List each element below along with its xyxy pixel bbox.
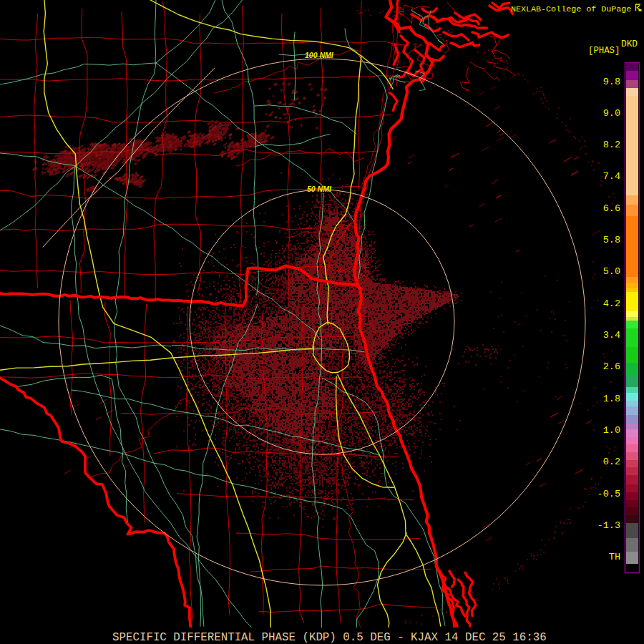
svg-text:100 NMI: 100 NMI	[305, 51, 334, 59]
svg-text:1.8: 1.8	[603, 394, 620, 404]
svg-text:DKD: DKD	[621, 39, 638, 49]
svg-text:0.2: 0.2	[603, 457, 620, 467]
svg-text:5.0: 5.0	[603, 266, 620, 277]
svg-text:[PHAS]: [PHAS]	[588, 46, 620, 56]
svg-text:7.4: 7.4	[603, 171, 620, 182]
svg-text:5.8: 5.8	[603, 235, 620, 245]
svg-text:1.0: 1.0	[603, 425, 620, 436]
svg-text:NEXLAB-College of DuPage: NEXLAB-College of DuPage	[511, 4, 631, 14]
svg-text:6.6: 6.6	[603, 203, 620, 214]
svg-text:2.6: 2.6	[603, 361, 620, 372]
svg-text:4.2: 4.2	[603, 298, 620, 309]
svg-text:-1.3: -1.3	[597, 520, 620, 531]
svg-text:-0.5: -0.5	[597, 489, 620, 499]
svg-text:SPECIFIC DIFFERENTIAL PHASE (K: SPECIFIC DIFFERENTIAL PHASE (KDP) 0.5 DE…	[112, 631, 547, 644]
svg-text:3.4: 3.4	[603, 330, 620, 341]
svg-text:TH: TH	[609, 552, 620, 562]
svg-text:50 NMI: 50 NMI	[307, 185, 332, 193]
svg-text:9.0: 9.0	[603, 108, 620, 119]
svg-text:9.8: 9.8	[603, 77, 620, 87]
svg-text:8.2: 8.2	[603, 140, 620, 150]
